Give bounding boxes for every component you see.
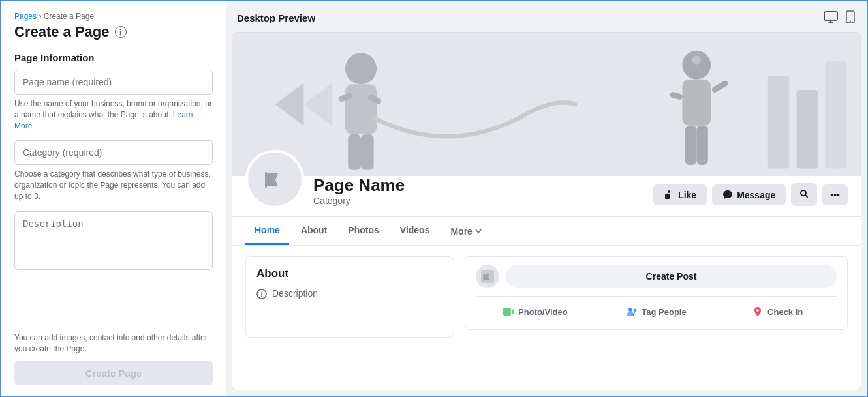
info-circle-icon: i — [256, 289, 267, 299]
right-column: Create Post Photo/Video — [465, 256, 848, 338]
svg-point-11 — [692, 56, 701, 65]
check-in-icon — [752, 306, 764, 317]
svg-marker-30 — [512, 309, 514, 314]
preview-container: Page Name Category Like Message — [232, 32, 861, 390]
tag-people-icon — [626, 306, 638, 317]
svg-rect-12 — [682, 80, 711, 126]
page-name-hint: Use the name of your business, brand or … — [14, 98, 213, 131]
check-in-label: Check in — [767, 307, 803, 317]
check-in-button[interactable]: Check in — [718, 302, 837, 321]
flag-icon — [258, 163, 291, 196]
preview-page-name: Page Name — [313, 175, 653, 196]
tag-people-button[interactable]: Tag People — [597, 302, 716, 321]
search-icon — [799, 188, 809, 199]
tag-people-label: Tag People — [642, 307, 686, 317]
category-hint: Choose a category that describes what ty… — [14, 169, 213, 201]
breadcrumb-separator: › — [39, 12, 43, 21]
profile-actions: Like Message ••• — [653, 183, 848, 209]
svg-rect-23 — [265, 172, 267, 188]
page-title-text: Create a Page — [14, 23, 110, 40]
svg-point-10 — [682, 51, 711, 80]
about-card-title: About — [256, 267, 443, 280]
ellipsis-icon: ••• — [830, 190, 840, 200]
like-label: Like — [678, 190, 696, 200]
right-panel: Desktop Preview — [226, 1, 867, 396]
search-button[interactable] — [791, 183, 817, 206]
info-icon[interactable]: i — [115, 26, 127, 38]
create-post-button[interactable]: Create Post — [506, 265, 837, 288]
svg-point-2 — [850, 21, 851, 22]
about-description-row: i Description — [256, 288, 443, 299]
svg-rect-5 — [345, 84, 377, 134]
bottom-hint: You can add images, contact info and oth… — [14, 322, 213, 355]
message-icon — [722, 190, 733, 200]
svg-point-4 — [345, 53, 377, 84]
preview-icons — [822, 9, 856, 27]
description-input[interactable] — [14, 211, 213, 270]
preview-title: Desktop Preview — [237, 12, 315, 23]
page-navigation: Home About Photos Videos More — [232, 217, 861, 246]
tab-about[interactable]: About — [292, 217, 336, 245]
chevron-down-icon — [475, 229, 482, 234]
photo-video-button[interactable]: Photo/Video — [476, 302, 595, 321]
create-post-top: Create Post — [476, 265, 837, 288]
like-button[interactable]: Like — [653, 184, 707, 205]
section-title: Page Information — [14, 52, 213, 63]
like-icon — [664, 190, 674, 200]
svg-point-32 — [634, 309, 637, 312]
photo-video-icon — [503, 306, 514, 317]
photo-video-label: Photo/Video — [518, 307, 568, 317]
breadcrumb: Pages › Create a Page — [14, 12, 213, 21]
page-name-input[interactable] — [14, 70, 213, 95]
svg-text:i: i — [261, 291, 263, 298]
post-actions-row: Photo/Video Tag People — [476, 296, 837, 321]
more-label: More — [450, 226, 472, 237]
svg-rect-28 — [483, 274, 484, 280]
profile-info: Page Name Category — [313, 175, 653, 209]
desktop-icon[interactable] — [822, 10, 839, 26]
svg-point-33 — [756, 309, 759, 312]
message-label: Message — [737, 190, 775, 200]
breadcrumb-current: Create a Page — [44, 12, 94, 21]
profile-picture — [245, 150, 304, 209]
message-button[interactable]: Message — [712, 184, 786, 205]
category-input[interactable] — [14, 140, 213, 165]
about-card: About i Description — [245, 256, 454, 338]
tab-home[interactable]: Home — [245, 217, 289, 245]
page-title: Create a Page i — [14, 23, 213, 40]
svg-point-31 — [628, 308, 632, 312]
left-panel: Pages › Create a Page Create a Page i Pa… — [1, 1, 226, 396]
breadcrumb-parent[interactable]: Pages — [14, 12, 37, 21]
create-post-box: Create Post Photo/Video — [465, 256, 848, 330]
post-avatar — [476, 265, 499, 288]
profile-section: Page Name Category Like Message — [232, 150, 861, 217]
tab-more[interactable]: More — [441, 218, 490, 244]
about-desc-text: Description — [272, 288, 318, 299]
page-body: About i Description — [232, 246, 861, 348]
svg-rect-0 — [824, 12, 837, 20]
preview-header: Desktop Preview — [226, 1, 867, 32]
mobile-icon[interactable] — [845, 9, 856, 27]
svg-rect-29 — [503, 308, 511, 316]
create-page-button[interactable]: Create Page — [14, 361, 213, 385]
tab-videos[interactable]: Videos — [391, 217, 439, 245]
preview-page-category: Category — [313, 196, 653, 206]
tab-photos[interactable]: Photos — [339, 217, 388, 245]
more-actions-button[interactable]: ••• — [822, 184, 848, 205]
avatar-flag-icon — [481, 270, 494, 283]
